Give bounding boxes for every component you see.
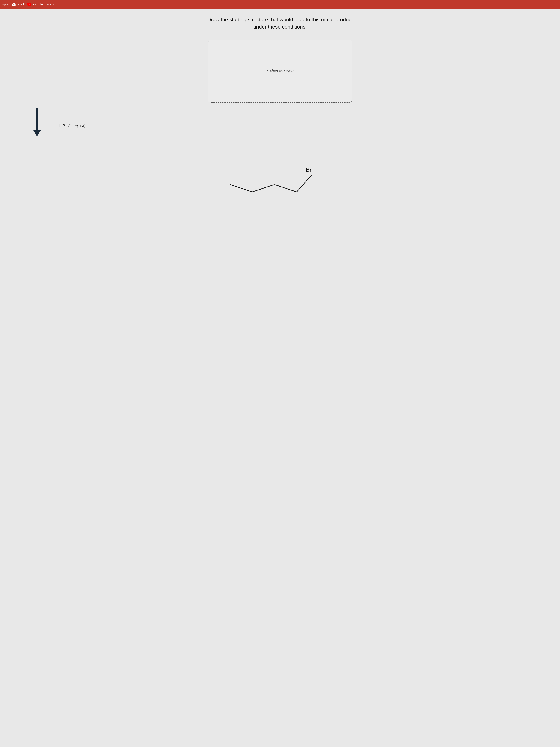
arrow-line [36, 108, 37, 130]
gmail-icon [12, 3, 16, 5]
br-label: Br [306, 166, 312, 173]
svg-line-6 [297, 175, 312, 192]
gmail-label: Gmail [17, 3, 24, 6]
select-to-draw-label: Select to Draw [267, 69, 293, 74]
reaction-arrow [33, 108, 41, 136]
drawing-area[interactable]: Select to Draw [208, 40, 352, 103]
youtube-label: YouTube [32, 3, 43, 6]
maps-link[interactable]: Maps [47, 3, 54, 6]
apps-label: Apps [2, 3, 8, 6]
gmail-link[interactable]: Gmail [12, 3, 24, 6]
svg-line-5 [274, 184, 297, 192]
svg-line-3 [230, 184, 252, 192]
question-line1: Draw the starting structure that would l… [11, 16, 549, 23]
youtube-link[interactable]: YouTube [27, 3, 43, 6]
question-text: Draw the starting structure that would l… [11, 16, 549, 30]
svg-line-4 [252, 184, 274, 192]
apps-link[interactable]: Apps [2, 3, 8, 6]
product-molecule: Br [215, 142, 345, 198]
maps-label: Maps [47, 3, 54, 6]
question-line2: under these conditions. [11, 23, 549, 30]
reaction-condition-label: HBr (1 equiv) [59, 123, 85, 129]
browser-bar: Apps Gmail YouTube Maps [0, 0, 560, 8]
reaction-section: HBr (1 equiv) [11, 108, 549, 136]
main-content: Draw the starting structure that would l… [0, 8, 560, 747]
drawing-area-container: Select to Draw [11, 40, 549, 103]
arrow-head [33, 130, 41, 136]
youtube-icon [27, 3, 31, 6]
product-container: Br [11, 142, 549, 205]
